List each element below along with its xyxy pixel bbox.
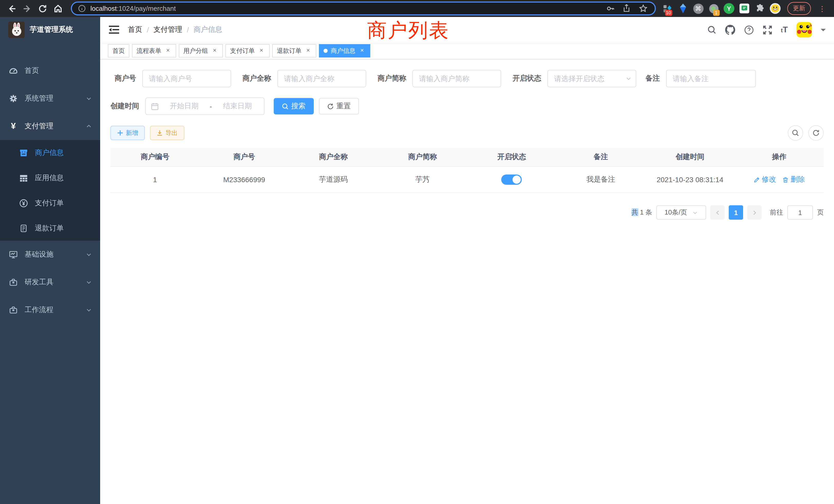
app-logo[interactable]: 芋道管理系统 — [0, 17, 100, 43]
sidebar-item-pay[interactable]: ¥ 支付管理 — [0, 112, 100, 140]
sidebar-item-workflow[interactable]: 工作流程 — [0, 296, 100, 324]
tab-user-group[interactable]: 用户分组× — [179, 44, 223, 58]
sidebar-item-refund-order[interactable]: 退款订单 — [0, 215, 100, 241]
tab-close-icon[interactable]: × — [164, 47, 172, 54]
browser-menu-icon[interactable]: ⋮ — [818, 6, 826, 11]
status-select[interactable] — [547, 70, 636, 87]
breadcrumb-pay[interactable]: 支付管理 — [154, 25, 182, 35]
tab-pay-order[interactable]: 支付订单× — [225, 44, 270, 58]
sidebar-item-merchant-info[interactable]: 商户信息 — [0, 140, 100, 165]
user-avatar[interactable] — [796, 22, 812, 38]
breadcrumb-home[interactable]: 首页 — [128, 25, 142, 35]
font-size-icon[interactable]: tT — [781, 25, 788, 35]
user-caret-icon[interactable] — [821, 28, 826, 33]
sidebar-item-infra[interactable]: 基础设施 — [0, 241, 100, 269]
sidebar-toggle-icon[interactable] — [108, 24, 120, 36]
extension-tabs-icon[interactable]: 10 — [662, 3, 673, 14]
fullscreen-icon[interactable] — [762, 25, 772, 35]
search-button-label: 搜索 — [291, 101, 306, 111]
edit-link[interactable]: 修改 — [753, 175, 776, 184]
total-prefix: 共 — [631, 208, 638, 216]
search-button[interactable]: 搜索 — [274, 98, 314, 114]
status-toggle[interactable] — [502, 175, 522, 185]
delete-link[interactable]: 删除 — [782, 175, 805, 184]
page-size-label: 10条/页 — [664, 208, 687, 217]
sidebar-item-label: 系统管理 — [25, 94, 53, 103]
share-icon[interactable] — [621, 3, 632, 14]
create-time-range-picker[interactable]: 开始日期 - 结束日期 — [145, 97, 264, 115]
toggle-search-icon-button[interactable] — [788, 125, 803, 141]
page-number-1[interactable]: 1 — [729, 205, 743, 220]
filter-row-1: 商户号 商户全称 商户简称 开启状态 — [110, 70, 824, 87]
breadcrumb-separator: / — [147, 26, 149, 34]
app-title: 芋道管理系统 — [30, 25, 73, 35]
extension-chat-icon[interactable] — [739, 3, 750, 14]
tab-merchant-info[interactable]: 商户信息× — [319, 44, 370, 58]
cell-create-time: 2021-10-23 08:31:14 — [645, 167, 734, 192]
search-icon — [282, 103, 289, 110]
tab-refund-order[interactable]: 退款订单× — [272, 44, 316, 58]
tab-home[interactable]: 首页 — [108, 44, 129, 58]
add-button[interactable]: 新增 — [110, 126, 145, 140]
reset-button[interactable]: 重置 — [319, 98, 359, 114]
site-info-icon[interactable] — [78, 5, 86, 12]
edit-icon — [753, 176, 760, 183]
remark-input[interactable] — [666, 70, 756, 87]
merchant-no-input[interactable] — [142, 70, 231, 87]
help-icon[interactable] — [744, 25, 754, 35]
export-button-label: 导出 — [166, 129, 178, 137]
url-path: :1024/pay/merchant — [117, 5, 176, 12]
goto-page-input[interactable] — [787, 205, 813, 220]
extensions-puzzle-icon[interactable] — [754, 3, 765, 14]
sidebar-item-pay-order[interactable]: 支付订单 — [0, 190, 100, 215]
cell-actions: 修改 删除 — [734, 167, 824, 192]
browser-update-button[interactable]: 更新 — [787, 2, 811, 15]
forward-icon[interactable] — [21, 2, 34, 15]
chevron-down-icon — [86, 279, 92, 285]
extension-command-icon[interactable]: ⌘ — [693, 3, 704, 14]
home-icon[interactable] — [51, 2, 65, 15]
dashboard-icon — [9, 66, 18, 75]
refresh-table-icon-button[interactable] — [808, 125, 824, 141]
header-search-icon[interactable] — [707, 25, 716, 35]
url-bar[interactable]: localhost:1024/pay/merchant — [71, 2, 656, 16]
export-button[interactable]: 导出 — [150, 126, 184, 140]
sidebar-item-label: 工作流程 — [25, 305, 53, 315]
chevron-down-icon — [86, 251, 92, 258]
calendar-icon — [151, 102, 159, 110]
password-key-icon[interactable] — [605, 3, 616, 14]
total-suffix: 条 — [645, 208, 652, 216]
merchant-table: 商户编号 商户号 商户全称 商户简称 开启状态 备注 创建时间 操作 1 M23… — [110, 148, 824, 193]
sidebar-item-system[interactable]: 系统管理 — [0, 85, 100, 112]
breadcrumb: 首页 / 支付管理 / 商户信息 — [128, 25, 222, 35]
profile-avatar-icon[interactable] — [770, 3, 781, 14]
tab-close-icon[interactable]: × — [211, 47, 218, 54]
sidebar-item-home[interactable]: 首页 — [0, 57, 100, 85]
reload-icon[interactable] — [36, 2, 49, 15]
bookmark-star-icon[interactable] — [637, 3, 649, 14]
tab-process-form[interactable]: 流程表单× — [132, 44, 176, 58]
sidebar-item-app-info[interactable]: 应用信息 — [0, 165, 100, 190]
tab-close-icon[interactable]: × — [258, 47, 265, 54]
prev-page-button[interactable] — [710, 205, 725, 220]
extension-y-icon[interactable]: Y — [724, 3, 734, 14]
full-name-input[interactable] — [277, 70, 366, 87]
extension-status-icon[interactable]: 1 — [708, 3, 719, 14]
github-icon[interactable] — [725, 25, 735, 35]
extension-gem-icon[interactable] — [677, 3, 688, 14]
logo-avatar — [8, 22, 25, 38]
sidebar-item-dev-tools[interactable]: 研发工具 — [0, 269, 100, 296]
tab-close-icon[interactable]: × — [305, 47, 312, 54]
next-page-button[interactable] — [747, 205, 762, 220]
chevron-down-icon — [86, 307, 92, 313]
tab-close-icon[interactable]: × — [358, 47, 366, 54]
col-header: 商户编号 — [110, 148, 199, 166]
refresh-icon — [327, 103, 334, 110]
short-name-input[interactable] — [412, 70, 501, 87]
field-label: 开启状态 — [506, 74, 547, 83]
page-size-select[interactable]: 10条/页 — [656, 205, 706, 220]
extension-row: 10 ⌘ 1 Y 更新 ⋮ — [660, 2, 829, 15]
pagination: 共 1 条 10条/页 1 前往 页 — [110, 205, 824, 220]
navbar-actions: tT — [707, 22, 826, 38]
back-icon[interactable] — [5, 2, 19, 15]
